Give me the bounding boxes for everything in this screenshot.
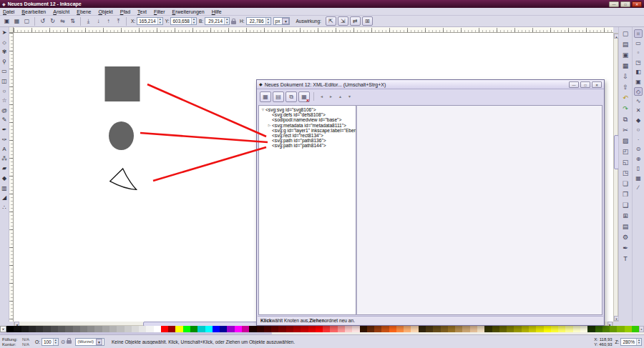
new-text-node-button[interactable]: ▤ [273,91,284,102]
affect-move-gradients-button[interactable]: ⇄ [350,16,361,26]
palette-swatch[interactable] [73,326,80,332]
palette-swatch[interactable] [602,326,610,332]
xml-tree-node[interactable]: <svg:defs id="defs8108"> [259,112,356,117]
dropper-tool-icon[interactable]: ◢ [1,194,9,202]
zoom-to-selection-icon[interactable]: ◰ [621,147,630,156]
palette-swatch[interactable] [183,326,190,332]
palette-swatch[interactable] [168,326,175,332]
palette-swatch[interactable] [316,326,323,332]
palette-swatch[interactable] [529,326,536,332]
opacity-field[interactable]: 100▲▼ [42,338,59,346]
palette-swatch[interactable] [338,326,345,332]
duplicate-node-button[interactable]: ⧉ [286,91,297,102]
height-field[interactable]: 22,786▲▼ [246,17,271,25]
xml-tree-node[interactable]: ▽<svg:svg id="svg8106"> [259,107,356,112]
affect-scale-stroke-button[interactable]: ⇱ [326,16,336,26]
snap-paths-icon[interactable]: ∿ [634,97,643,106]
palette-swatch[interactable] [286,326,293,332]
menu-item-objekt[interactable]: Objekt [98,9,112,14]
palette-swatch[interactable] [381,326,389,332]
palette-swatch[interactable] [58,326,65,332]
palette-swatch[interactable] [205,326,213,332]
palette-swatch[interactable] [308,326,316,332]
zoom-field[interactable]: 280%▲▼ [620,338,642,346]
snap-page-border-icon[interactable]: ▯ [634,164,643,173]
palette-swatch[interactable] [345,326,352,332]
palette-swatch[interactable] [213,326,220,332]
palette-swatch[interactable] [154,326,161,332]
palette-swatch[interactable] [455,326,462,332]
affect-move-patterns-button[interactable]: ⊞ [362,16,373,26]
snap-bounding-box-icon[interactable]: ▭ [634,39,643,48]
flip-horizontal-icon[interactable]: ⇋ [58,16,67,26]
snap-path-intersections-icon[interactable]: ✕ [634,106,643,115]
layer-dropdown[interactable]: (Wurzel)▼ [75,338,104,346]
palette-swatch[interactable] [109,326,117,332]
copy-icon[interactable]: ⧉ [621,115,630,124]
xml-minimize-button[interactable]: — [569,81,579,88]
text-font-dialog-icon[interactable]: T [621,254,630,264]
palette-swatch[interactable] [227,326,234,332]
eraser-tool-icon[interactable]: ▰ [1,164,9,172]
xml-editor-title-bar[interactable]: ◆ Neues Dokument 12: XML-Editor... (Umsc… [257,80,604,89]
lock-ratio-icon[interactable] [231,21,236,24]
xml-tree-node[interactable]: <sodipodi:namedview id="base"> [259,117,356,122]
palette-swatch[interactable] [389,326,396,332]
palette-swatch[interactable] [21,326,29,332]
calligraphy-tool-icon[interactable]: ✑ [1,136,9,144]
new-element-node-button[interactable]: ▦ [260,91,271,102]
palette-swatch[interactable] [43,326,50,332]
ellipse-tool-icon[interactable]: ○ [1,87,9,95]
xml-maximize-button[interactable]: □ [580,81,590,88]
print-document-icon[interactable]: ▦ [621,61,630,71]
connector-tool-icon[interactable]: ∴ [1,204,9,212]
export-image-icon[interactable]: ⇧ [621,83,630,92]
unlink-clone-icon[interactable]: ❑ [621,201,630,210]
palette-swatch[interactable] [433,326,440,332]
xml-attribute-pane[interactable] [356,105,602,315]
palette-swatch[interactable] [220,326,227,332]
menu-item-datei[interactable]: Datei [3,9,14,14]
palette-swatch[interactable] [587,326,595,332]
snap-object-centers-icon[interactable]: ⊙ [634,145,643,154]
palette-swatch[interactable] [617,326,624,332]
y-field[interactable]: 603,658▲▼ [170,17,197,25]
snap-bbox-corners-icon[interactable]: ◳ [634,59,643,67]
palette-swatch[interactable] [102,326,109,332]
import-image-icon[interactable]: ⇩ [621,72,630,81]
palette-swatch[interactable] [87,326,94,332]
pen-tool-icon[interactable]: ✒ [1,126,9,134]
width-field[interactable]: 29,214▲▼ [205,17,230,25]
palette-swatch[interactable] [6,326,14,332]
box3d-tool-icon[interactable]: ◫ [1,77,9,85]
lower-one-step-icon[interactable]: ↓ [94,16,103,26]
text-tool-icon[interactable]: A [1,145,9,153]
palette-swatch[interactable] [499,326,507,332]
palette-swatch[interactable] [323,326,330,332]
horizontal-ruler[interactable] [14,27,613,33]
palette-swatch[interactable] [514,326,521,332]
palette-swatch[interactable] [411,326,418,332]
snap-grid-icon[interactable]: ▦ [634,174,643,183]
palette-swatch[interactable] [301,326,308,332]
x-field[interactable]: 165,214▲▼ [137,17,163,25]
deselect-icon[interactable]: ▢ [22,16,31,26]
preferences-icon[interactable]: ⚙ [621,233,630,242]
cut-icon[interactable]: ✂ [621,126,630,135]
palette-swatch[interactable] [477,326,484,332]
palette-swatch[interactable] [558,326,565,332]
snap-bbox-edge-midpoints-icon[interactable]: ◧ [634,68,643,76]
delete-node-button[interactable]: ▦× [298,91,310,102]
palette-swatch[interactable] [544,326,551,332]
menu-item-ebene[interactable]: Ebene [77,9,91,14]
xml-tree-node[interactable]: <svg:g id="layer1" inkscape:label="Ebene… [259,128,356,133]
move-node-down-button[interactable]: ▾ [346,92,353,101]
paint-bucket-tool-icon[interactable]: ◆ [1,174,9,182]
create-clone-icon[interactable]: ❐ [621,190,630,199]
lower-to-bottom-icon[interactable]: ⤓ [84,16,93,26]
menu-item-text[interactable]: Text [137,9,147,14]
menu-item-filter[interactable]: Filter [154,9,165,14]
unindent-node-button[interactable]: ◂ [318,92,326,101]
select-all-layers-icon[interactable]: ▦ [12,16,21,26]
document-properties-icon[interactable]: ▤ [621,222,630,232]
